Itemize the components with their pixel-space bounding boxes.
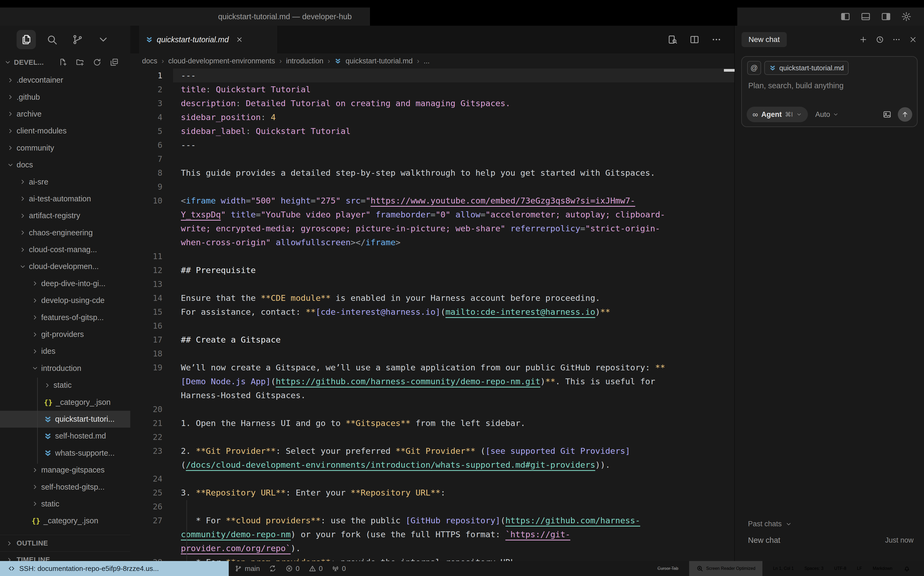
indentation[interactable]: Spaces: 3 — [804, 566, 823, 571]
notifications-bell[interactable] — [903, 565, 911, 572]
code-line[interactable]: Y_txspDq" title="YouTube video player" f… — [130, 208, 734, 221]
tree-item-static[interactable]: static — [0, 496, 130, 512]
code-line[interactable]: 4sidebar_position: 4 — [130, 110, 734, 124]
editor-pane[interactable]: 1---2title: Quickstart Tutorial3descript… — [130, 69, 734, 561]
tree-item-community[interactable]: community — [0, 139, 130, 157]
code-line[interactable]: 9 — [130, 180, 734, 194]
tab-close-icon[interactable] — [236, 36, 243, 43]
problems-warnings[interactable]: 0 — [309, 565, 323, 573]
layout-panel-icon[interactable] — [860, 11, 871, 22]
settings-gear-icon[interactable] — [901, 11, 912, 22]
breadcrumb-item[interactable]: cloud-development-environments — [168, 57, 275, 65]
split-editor-icon[interactable] — [689, 35, 700, 45]
search-icon[interactable] — [42, 30, 61, 49]
code-line[interactable]: 27 * For **cloud providers**: use the pu… — [130, 514, 734, 527]
tree-item--github[interactable]: .github — [0, 88, 130, 106]
more-views-chevron-icon[interactable] — [94, 30, 113, 49]
code-line[interactable]: Harness-Hosted Gitspaces. — [130, 388, 734, 402]
chat-tab-new-chat[interactable]: New chat — [741, 32, 787, 47]
code-line[interactable]: 28 * For **on-prem providers**: provide … — [130, 555, 734, 561]
tree-item-features-of-gitsp-[interactable]: features-of-gitsp... — [0, 309, 130, 326]
code-line[interactable]: 10<iframe width="500" height="275" src="… — [130, 194, 734, 208]
attach-image-icon[interactable] — [882, 110, 892, 119]
chat-close-icon[interactable] — [909, 35, 917, 44]
code-line[interactable]: 22 — [130, 430, 734, 444]
tree-item-cloud-developmen-[interactable]: cloud-developmen... — [0, 258, 130, 275]
language-mode[interactable]: Markdown — [873, 566, 892, 571]
tree-item-whats-supporte-[interactable]: whats-supporte... — [0, 445, 130, 462]
eol[interactable]: LF — [857, 566, 862, 571]
code-line[interactable]: 253. **Repository URL**: Enter your **Re… — [130, 486, 734, 499]
encoding[interactable]: UTF-8 — [834, 566, 846, 571]
past-chats-header[interactable]: Past chats — [748, 520, 792, 528]
tree-item-git-providers[interactable]: git-providers — [0, 326, 130, 343]
tab-quickstart-tutorial[interactable]: quickstart-tutorial.md — [139, 26, 278, 53]
tree-item-manage-gitspaces[interactable]: manage-gitspaces — [0, 462, 130, 478]
tree-item-quickstart-tutori-[interactable]: quickstart-tutori... — [0, 411, 130, 427]
new-file-icon[interactable] — [58, 58, 67, 67]
code-line[interactable]: 5sidebar_label: Quickstart Tutorial — [130, 124, 734, 138]
explorer-icon[interactable] — [17, 30, 36, 49]
tree-item-docs[interactable]: docs — [0, 157, 130, 173]
code-line[interactable]: (/docs/cloud-development-environments/in… — [130, 458, 734, 472]
tree-item-cloud-cost-manag-[interactable]: cloud-cost-manag... — [0, 241, 130, 258]
new-chat-plus-icon[interactable] — [859, 35, 868, 44]
code-line[interactable]: 26 — [130, 499, 734, 514]
tree-item-archive[interactable]: archive — [0, 106, 130, 122]
code-line[interactable]: 20 — [130, 402, 734, 416]
code-line[interactable]: write; encrypted-media; gyroscope; pictu… — [130, 221, 734, 235]
code-line[interactable]: 232. **Git Provider**: Select your prefe… — [130, 444, 734, 458]
code-line[interactable]: 11 — [130, 249, 734, 263]
chat-history-icon[interactable] — [876, 35, 884, 44]
layout-sidebar-right-icon[interactable] — [881, 11, 891, 22]
screen-reader-mode[interactable]: Screen Reader Optimized — [689, 561, 762, 576]
timeline-section[interactable]: TIMELINE — [0, 551, 130, 561]
explorer-section-header[interactable]: DEVEL... — [0, 53, 130, 71]
code-line[interactable]: when-cross-origin" allowfullscreen></ifr… — [130, 235, 734, 249]
tree-item--category-json[interactable]: {}_category_.json — [0, 512, 130, 529]
outline-section[interactable]: OUTLINE — [0, 535, 130, 551]
tree-item--category-json[interactable]: {}_category_.json — [0, 394, 130, 410]
refresh-icon[interactable] — [93, 58, 102, 67]
chat-more-icon[interactable] — [892, 35, 901, 44]
tree-item-client-modules[interactable]: client-modules — [0, 122, 130, 139]
code-line[interactable]: 17## Create a Gitspace — [130, 333, 734, 347]
code-line[interactable]: 6--- — [130, 138, 734, 152]
add-context-button[interactable]: @ — [747, 61, 761, 75]
model-selector[interactable]: Auto — [815, 110, 839, 119]
code-line[interactable]: 211. Open the Harness UI and go to **Git… — [130, 416, 734, 430]
code-line[interactable]: 12## Prerequisite — [130, 263, 734, 277]
git-branch[interactable]: main — [235, 565, 260, 573]
code-line[interactable]: 7 — [130, 152, 734, 166]
radio-tower[interactable]: 0 — [332, 565, 346, 573]
tree-item-artifact-registry[interactable]: artifact-registry — [0, 207, 130, 224]
code-line[interactable]: 1--- — [130, 69, 734, 82]
collapse-all-icon[interactable] — [110, 58, 119, 67]
tree-item-deep-dive-into-gi-[interactable]: deep-dive-into-gi... — [0, 275, 130, 292]
code-line[interactable]: community/demo-repo-nm) or your fork (us… — [130, 527, 734, 541]
breadcrumb-item[interactable]: ... — [423, 57, 430, 65]
code-line[interactable]: 24 — [130, 472, 734, 486]
remote-indicator[interactable]: SSH: documentation-repo-e5ifp9-8rzze4.us… — [0, 561, 229, 576]
tree-item-self-hosted-gitsp-[interactable]: self-hosted-gitsp... — [0, 478, 130, 495]
code-line[interactable]: 19We’ll now create a Gitspace, we’ll use… — [130, 360, 734, 374]
code-line[interactable]: 16 — [130, 319, 734, 333]
breadcrumb-item[interactable]: quickstart-tutorial.md — [346, 57, 413, 65]
send-button[interactable] — [898, 107, 912, 122]
cursor-tab[interactable]: Cursor Tab — [658, 566, 678, 571]
more-actions-icon[interactable] — [711, 35, 722, 45]
source-control-icon[interactable] — [68, 30, 87, 49]
new-folder-icon[interactable] — [75, 58, 85, 67]
tree-item-static[interactable]: static — [0, 377, 130, 394]
breadcrumb-item[interactable]: docs — [142, 57, 157, 65]
tree-item-ai-test-automation[interactable]: ai-test-automation — [0, 190, 130, 207]
code-line[interactable]: 2title: Quickstart Tutorial — [130, 82, 734, 96]
sync-icon[interactable] — [269, 565, 276, 572]
context-file-chip[interactable]: quickstart-tutorial.md — [764, 61, 849, 75]
scrollbar-handle[interactable] — [724, 69, 735, 72]
breadcrumb-item[interactable]: introduction — [286, 57, 323, 65]
tree-item-ai-sre[interactable]: ai-sre — [0, 173, 130, 190]
tree-item-ides[interactable]: ides — [0, 343, 130, 360]
chat-input-box[interactable]: @ quickstart-tutorial.md Plan, search, b… — [741, 56, 918, 127]
layout-sidebar-left-icon[interactable] — [840, 11, 851, 22]
